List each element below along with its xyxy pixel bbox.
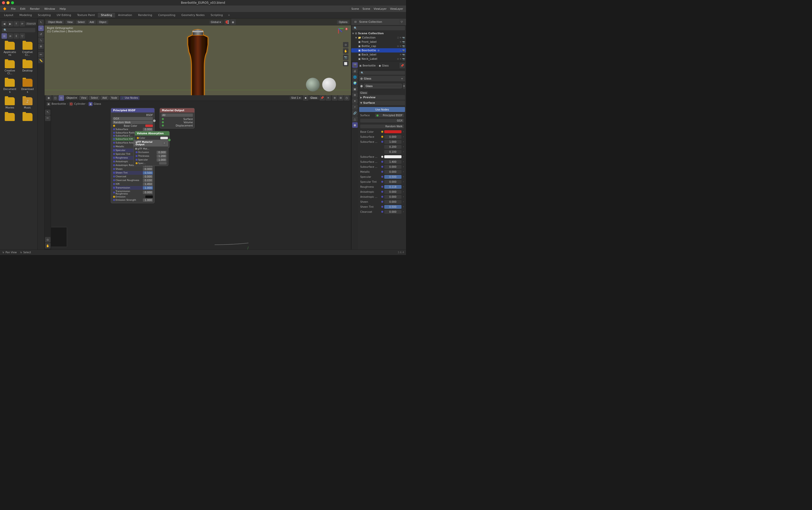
tool-scale[interactable]: ⤡ bbox=[38, 37, 44, 43]
pan-icon[interactable]: ✋ bbox=[343, 48, 348, 54]
file-back-button[interactable]: ◀ bbox=[1, 21, 7, 27]
trans-rough-value[interactable]: 0.000 bbox=[143, 191, 153, 194]
viewport-add-button[interactable]: Add bbox=[88, 20, 96, 24]
folder-downloads[interactable]: Downloads bbox=[20, 78, 35, 94]
node-slot-selector[interactable]: Slot 1 ▾ bbox=[290, 96, 302, 99]
tool-rotate[interactable]: ↺ bbox=[38, 31, 44, 37]
props-objectdata-icon[interactable]: △ bbox=[352, 116, 358, 122]
global-dropdown[interactable]: Global ▾ bbox=[209, 21, 222, 24]
material-sphere[interactable] bbox=[322, 78, 336, 91]
menu-window[interactable]: Window bbox=[42, 7, 57, 11]
si-value[interactable]: 1.400 bbox=[384, 160, 402, 164]
sheen-tint-value[interactable]: 0.500 bbox=[143, 171, 153, 175]
vis-camera[interactable]: 📷 bbox=[402, 36, 405, 39]
node-object-btn[interactable]: Object ▾ bbox=[65, 96, 78, 99]
sheen-value[interactable]: 0.000 bbox=[143, 168, 153, 171]
node-editor-icon[interactable]: ◉ bbox=[46, 95, 52, 101]
file-refresh-button[interactable]: ⟳ bbox=[20, 21, 25, 27]
tab-texture-paint[interactable]: Texture Paint bbox=[74, 13, 98, 18]
rou-value[interactable]: 0.118 bbox=[384, 185, 402, 189]
mat-delete-icon[interactable]: ✕ bbox=[403, 83, 405, 89]
filter-icon[interactable]: ▽ bbox=[20, 33, 25, 39]
output-type-dropdown[interactable]: All bbox=[161, 114, 193, 117]
menu-file[interactable]: File bbox=[9, 7, 18, 11]
tab-modeling[interactable]: Modeling bbox=[16, 13, 35, 18]
node-extra-icon-1[interactable]: ⊕ bbox=[332, 95, 338, 101]
material-name-field[interactable] bbox=[364, 84, 402, 88]
ani-value[interactable]: 0.000 bbox=[384, 190, 402, 194]
st-value[interactable]: 0.000 bbox=[384, 180, 402, 184]
tree-front-label[interactable]: ▣ Front_label 👁 📷 bbox=[351, 40, 406, 44]
tab-scripting[interactable]: Scripting bbox=[208, 13, 226, 18]
node-cut-tool[interactable]: ✂ bbox=[45, 116, 51, 121]
bc-modifier[interactable]: ⚙ bbox=[397, 45, 399, 48]
props-particles-icon[interactable]: ✦ bbox=[352, 98, 358, 104]
mat-search-bar[interactable]: 🔍 bbox=[359, 71, 405, 75]
close-button[interactable] bbox=[2, 1, 5, 4]
gltf-occ-value[interactable]: 0.000 bbox=[156, 151, 167, 154]
props-constraints-icon[interactable]: 🔗 bbox=[352, 110, 358, 116]
node-link-tool[interactable]: ⊙ bbox=[45, 237, 51, 242]
ssc-value[interactable] bbox=[384, 155, 402, 158]
bb-eye[interactable]: 👁 bbox=[400, 49, 402, 52]
node-add-btn[interactable]: Add bbox=[100, 96, 109, 100]
props-render-icon[interactable]: 🎬 bbox=[352, 62, 358, 68]
props-physics-icon[interactable]: ⚡ bbox=[352, 104, 358, 110]
node-zoom-tool[interactable]: ✋ bbox=[45, 243, 51, 248]
menu-edit[interactable]: Edit bbox=[18, 7, 27, 11]
bb-cam[interactable]: 📷 bbox=[402, 49, 405, 52]
tree-back-label[interactable]: ▣ Back_label 👁 📷 bbox=[351, 53, 406, 57]
she-value[interactable]: 0.000 bbox=[384, 200, 402, 204]
mat-add-btn[interactable]: + bbox=[400, 77, 404, 81]
maximize-button[interactable] bbox=[11, 1, 14, 4]
trans-value[interactable]: 1.000 bbox=[143, 186, 153, 189]
emission-swatch[interactable] bbox=[145, 196, 153, 198]
props-object-icon[interactable]: ▣ bbox=[352, 86, 358, 92]
node-extra-icon-2[interactable]: ⊞ bbox=[338, 95, 344, 101]
clearcoat-value[interactable]: 0.000 bbox=[143, 175, 153, 178]
nl-modifier[interactable]: ⚙ bbox=[397, 58, 399, 60]
tab-compositing[interactable]: Compositing bbox=[155, 13, 178, 18]
ss-value[interactable]: 0.000 bbox=[384, 135, 402, 139]
em-str-value[interactable]: 1.000 bbox=[143, 199, 153, 202]
cc-rough-value[interactable]: 0.030 bbox=[143, 179, 153, 182]
delete-material-icon[interactable]: ✕ bbox=[325, 95, 331, 101]
outliner-filter-icon[interactable]: ▽ bbox=[399, 19, 405, 25]
base-color-swatch[interactable] bbox=[145, 124, 153, 127]
view-icon-list[interactable]: ≡ bbox=[7, 33, 13, 39]
material-list-item[interactable]: ● Glass + bbox=[359, 76, 405, 81]
tab-shading[interactable]: Shading bbox=[98, 13, 115, 18]
tree-collection[interactable]: ▼ 📁 Collection ☑ 👁 📷 bbox=[351, 35, 406, 40]
tool-move[interactable]: ✛ bbox=[38, 26, 44, 31]
mat-pin-icon[interactable]: 📌 bbox=[400, 63, 405, 68]
node-view-btn[interactable]: View bbox=[79, 96, 88, 100]
zoom-to-fit-icon[interactable]: ⊙ bbox=[343, 42, 348, 48]
props-material-icon[interactable]: ● bbox=[352, 122, 358, 128]
props-output-icon[interactable]: 🖨 bbox=[352, 68, 358, 74]
node-view-icon[interactable]: ◫ bbox=[53, 95, 58, 101]
bc-cam[interactable]: 📷 bbox=[402, 45, 405, 48]
nl-eye[interactable]: 👁 bbox=[400, 58, 402, 60]
folder-documents[interactable]: Documents bbox=[2, 78, 18, 94]
vis-eye[interactable]: 👁 bbox=[400, 36, 402, 39]
outliner-search-input[interactable] bbox=[358, 27, 404, 30]
cc-value[interactable]: 0.000 bbox=[384, 210, 402, 214]
tool-cursor[interactable]: ↖ bbox=[38, 20, 44, 25]
viewport-view-button[interactable]: View bbox=[65, 20, 75, 24]
tool-transform[interactable]: ⊕ bbox=[38, 43, 44, 49]
camera-icon[interactable]: 📷 bbox=[343, 55, 348, 60]
gltf-spec-value[interactable]: 1.000 bbox=[156, 158, 167, 161]
sort-icon[interactable]: ↕ bbox=[13, 33, 19, 39]
random-walk-selector[interactable]: Random Walk bbox=[360, 124, 404, 128]
node-select-tool[interactable]: ↖ bbox=[45, 110, 51, 115]
ggx-selector[interactable]: GGX bbox=[360, 119, 404, 122]
node-material-name[interactable]: Glass bbox=[309, 96, 319, 99]
tree-beerbottle[interactable]: ▣ Beerbottle ⚙ 👁 📷 bbox=[351, 48, 406, 53]
folder-applications[interactable]: Applications bbox=[2, 41, 18, 57]
node-node-btn[interactable]: Node bbox=[110, 96, 119, 100]
base-color-value[interactable] bbox=[384, 130, 402, 133]
subsurface-value[interactable]: 0.000 bbox=[143, 128, 153, 131]
sr3-value[interactable]: 0.100 bbox=[384, 150, 402, 154]
view-icon-grid[interactable]: ⊞ bbox=[1, 33, 7, 39]
folder-extra-1[interactable] bbox=[2, 112, 18, 122]
